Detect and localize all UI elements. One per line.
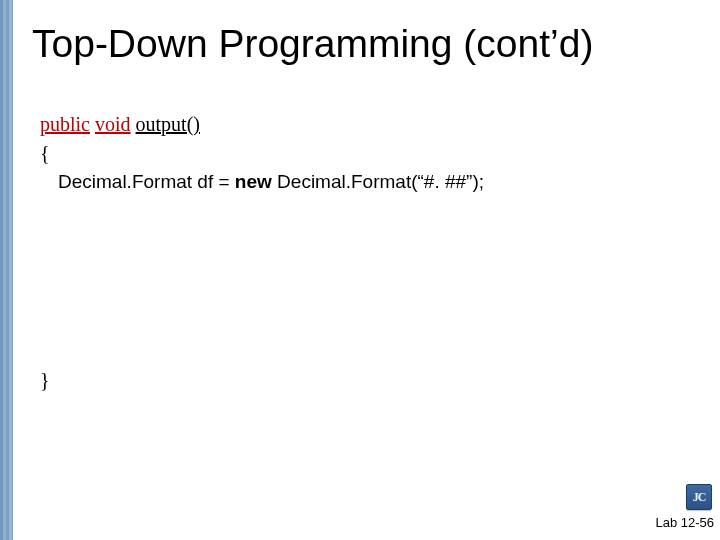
keyword-new: new xyxy=(235,171,272,192)
code-text-1: Decimal.Format df = xyxy=(58,171,235,192)
code-line-1: Decimal.Format df = new Decimal.Format(“… xyxy=(58,168,700,196)
decorative-left-stripe xyxy=(0,0,22,540)
slide-body: public void output() { Decimal.Format df… xyxy=(40,110,700,395)
method-name: output() xyxy=(136,113,200,135)
slide-title: Top-Down Programming (cont’d) xyxy=(32,22,593,66)
logo-badge: JC xyxy=(686,484,712,510)
method-signature: public void output() xyxy=(40,110,700,139)
keyword-void: void xyxy=(95,113,131,135)
brace-open: { xyxy=(40,139,700,168)
slide-number: Lab 12-56 xyxy=(655,515,714,530)
code-text-2: Decimal.Format(“#. ##”); xyxy=(272,171,484,192)
keyword-public: public xyxy=(40,113,90,135)
brace-close: } xyxy=(40,366,700,395)
